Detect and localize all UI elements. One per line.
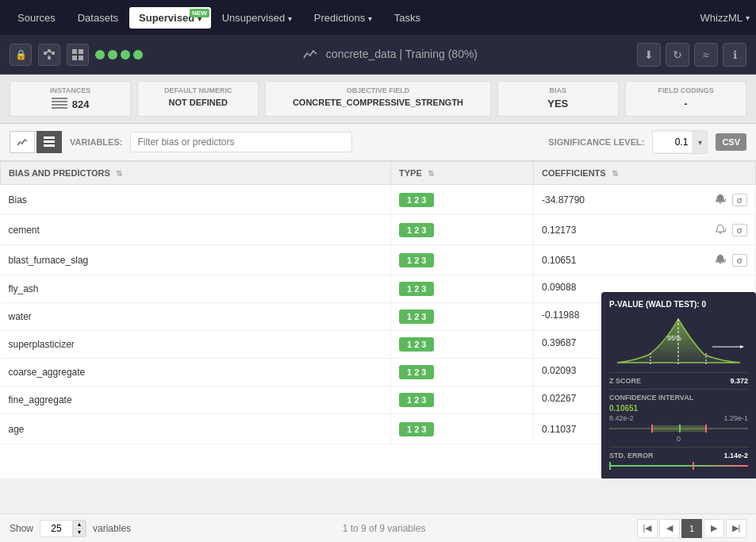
instances-lines-icon xyxy=(52,98,67,111)
filter-input[interactable] xyxy=(130,132,352,152)
instances-value: 824 xyxy=(72,98,90,110)
col-header-name[interactable]: Bias and predictors ⇅ xyxy=(1,162,391,185)
coefficient-value: -34.87790 xyxy=(542,194,585,206)
bias-label: BIAS xyxy=(506,86,610,94)
bias-card: BIAS YES xyxy=(497,81,619,117)
count-down-arrow[interactable]: ▼ xyxy=(73,529,86,536)
data-icon[interactable] xyxy=(67,44,89,66)
last-page-button[interactable]: ▶| xyxy=(726,519,746,538)
table-row: blast_furnace_slag1 2 30.10651 σ xyxy=(1,245,756,275)
lock-icon[interactable]: 🔒 xyxy=(10,44,32,66)
nav-item-unsupervised[interactable]: Unsupervised ▾ xyxy=(211,7,303,29)
table-view-button[interactable] xyxy=(36,131,62,153)
bell-chart-icon[interactable] xyxy=(713,252,727,268)
type-badge: 1 2 3 xyxy=(399,337,434,352)
table-row: Bias1 2 3-34.87790 σ xyxy=(1,185,756,215)
nav-item-sources[interactable]: Sources xyxy=(6,7,67,29)
sigma-badge[interactable]: σ xyxy=(732,194,747,206)
type-badge: 1 2 3 xyxy=(399,253,434,267)
row-actions: σ xyxy=(713,252,747,268)
info-icon[interactable]: ℹ xyxy=(723,43,746,67)
default-numeric-label: DEFAULT NUMERIC xyxy=(146,86,250,94)
new-badge: NEW xyxy=(190,9,209,17)
prev-page-button[interactable]: ◀ xyxy=(659,519,680,538)
ci-zero: 0 xyxy=(609,435,748,443)
bell-curve-chart: 95% xyxy=(609,315,748,367)
function-icon[interactable]: ≈ xyxy=(694,43,718,67)
nav-item-tasks[interactable]: Tasks xyxy=(383,7,432,29)
show-label: Show xyxy=(10,523,33,534)
bell-chart-icon[interactable] xyxy=(713,221,727,238)
count-up-arrow[interactable]: ▲ xyxy=(73,521,86,529)
svg-line-26 xyxy=(725,259,726,262)
svg-marker-35 xyxy=(740,345,744,348)
type-badge: 1 2 3 xyxy=(399,223,434,237)
type-badge: 1 2 3 xyxy=(399,393,434,407)
type-badge: 1 2 3 xyxy=(399,193,434,207)
svg-rect-11 xyxy=(52,98,67,99)
type-badge: 1 2 3 xyxy=(399,282,434,296)
sig-level-label: SIGNIFICANCE LEVEL: xyxy=(548,137,644,147)
nav-item-predictions[interactable]: Predictions ▾ xyxy=(303,7,383,29)
sig-input-group: ▾ xyxy=(652,130,708,154)
sigma-badge[interactable]: σ xyxy=(732,224,747,236)
dot-2 xyxy=(108,50,117,60)
first-page-button[interactable]: |◀ xyxy=(637,519,658,538)
row-type-cell: 1 2 3 xyxy=(391,275,534,303)
instances-label: INSTANCES xyxy=(18,86,122,94)
coefficient-value: -0.11988 xyxy=(542,309,579,321)
svg-rect-14 xyxy=(52,107,67,109)
variables-label: VARIABLES: xyxy=(70,137,122,147)
chart-view-button[interactable] xyxy=(10,131,35,153)
next-page-button[interactable]: ▶ xyxy=(704,519,724,538)
ci-range: 8.42e-2 1.29e-1 xyxy=(609,414,748,422)
row-name-cell: fine_aggregate xyxy=(1,386,391,414)
row-coefficient-cell: 0.10651 σ xyxy=(534,245,756,275)
col-header-type[interactable]: Type ⇅ xyxy=(391,162,534,185)
sig-input[interactable] xyxy=(653,133,693,152)
refresh-icon[interactable]: ↻ xyxy=(666,43,689,67)
name-sort-icon: ⇅ xyxy=(116,169,122,178)
show-count-input[interactable] xyxy=(40,521,72,536)
pagination: |◀ ◀ 1 ▶ ▶| xyxy=(637,519,746,538)
row-type-cell: 1 2 3 xyxy=(391,245,534,275)
pagination-count: 1 to 9 of 9 variables xyxy=(137,523,631,534)
objective-field-card: OBJECTIVE FIELD CONCRETE_COMPRESSIVE_STR… xyxy=(265,81,490,117)
wald-test-tooltip: P-VALUE (WALD TEST): 0 95% Z SCO xyxy=(601,292,756,479)
download-icon[interactable]: ⬇ xyxy=(637,43,661,67)
svg-rect-17 xyxy=(44,144,55,147)
bell-chart-icon[interactable] xyxy=(713,191,727,208)
nav-item-supervised[interactable]: Supervised ▾ NEW xyxy=(129,7,211,29)
sig-arrow-button[interactable]: ▾ xyxy=(693,131,707,153)
coefficient-value: 0.09088 xyxy=(542,282,576,293)
bias-value: YES xyxy=(506,98,610,110)
dot-3 xyxy=(121,50,130,60)
show-count-arrows: ▲ ▼ xyxy=(72,521,86,536)
dot-4 xyxy=(133,50,143,60)
std-error-row: STD. ERROR 1.14e-2 xyxy=(609,452,748,459)
row-name-cell: fly_ash xyxy=(1,275,391,303)
page-1-button[interactable]: 1 xyxy=(681,519,702,538)
svg-line-5 xyxy=(51,51,52,53)
z-score-row: Z SCORE 9.372 xyxy=(609,377,748,385)
svg-rect-13 xyxy=(52,104,67,106)
sigma-badge[interactable]: σ xyxy=(732,254,747,267)
model-icon[interactable] xyxy=(38,44,60,66)
row-type-cell: 1 2 3 xyxy=(391,414,534,444)
field-codings-label: FIELD CODINGS xyxy=(634,86,738,94)
row-name-cell: age xyxy=(1,414,391,444)
confidence-interval-row: CONFIDENCE INTERVAL xyxy=(609,394,748,402)
csv-export-button[interactable]: CSV xyxy=(716,133,746,151)
row-type-cell: 1 2 3 xyxy=(391,185,534,215)
table-row: cement1 2 30.12173 σ xyxy=(1,215,756,245)
field-codings-value: - xyxy=(634,98,738,110)
tooltip-title: P-VALUE (WALD TEST): 0 xyxy=(609,300,748,309)
coefficient-value: 0.11037 xyxy=(542,424,576,435)
svg-line-4 xyxy=(47,51,48,53)
nav-item-datasets[interactable]: Datasets xyxy=(67,7,129,29)
brand-label[interactable]: WhizzML ▾ xyxy=(700,12,750,24)
type-sort-icon: ⇅ xyxy=(428,169,434,178)
col-header-coefficients[interactable]: Coefficients ⇅ xyxy=(534,162,756,185)
toolbar-actions: ⬇ ↻ ≈ ℹ xyxy=(637,43,746,67)
svg-rect-7 xyxy=(72,49,77,54)
